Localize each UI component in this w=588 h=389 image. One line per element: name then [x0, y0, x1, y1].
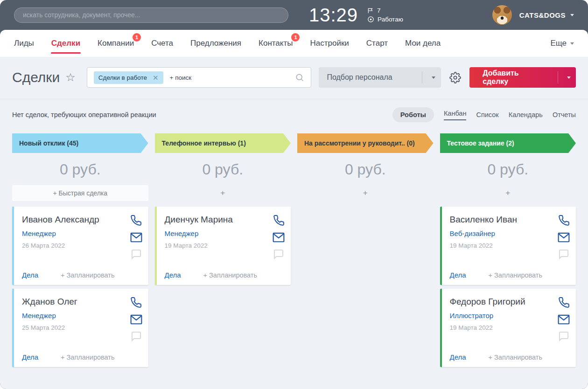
nav-item[interactable]: Предложения [190, 30, 241, 57]
column-cards: Василенко Иван Веб-дизайнер 19 Марта 202… [440, 207, 576, 367]
mail-icon[interactable] [558, 314, 570, 325]
phone-icon[interactable] [130, 215, 142, 226]
deal-role-link[interactable]: Менеджер [22, 312, 142, 320]
mail-icon[interactable] [130, 314, 142, 325]
gear-icon [449, 72, 461, 83]
kanban-column-header[interactable]: Новый отклик (45) [12, 133, 148, 153]
deal-card[interactable]: Василенко Иван Веб-дизайнер 19 Марта 202… [440, 207, 576, 285]
mail-icon[interactable] [130, 232, 142, 243]
kanban-column-header[interactable]: Тестовое задание (2) [440, 133, 576, 153]
deal-contact-name[interactable]: Василенко Иван [450, 215, 570, 225]
nav-item[interactable]: Мои дела [405, 30, 441, 57]
search-icon[interactable] [295, 73, 304, 82]
account-menu-caret-icon[interactable] [570, 14, 574, 16]
deals-link[interactable]: Дела [22, 271, 38, 279]
quick-deal-button[interactable]: + [155, 185, 291, 201]
kanban-column-header[interactable]: На рассмотрении у руководит.. (0) [297, 133, 434, 153]
phone-icon[interactable] [273, 215, 285, 226]
card-footer: Дела + Запланировать [450, 348, 570, 361]
deals-link[interactable]: Дела [22, 353, 38, 361]
kanban-column-header[interactable]: Телефонное интервью (1) [155, 133, 291, 153]
quick-deal-button[interactable]: + [440, 185, 576, 201]
nav-item[interactable]: Настройки [310, 30, 349, 57]
column-cards: Диенчук Марина Менеджер 19 Марта 2022 Де… [155, 207, 291, 285]
flag-counter[interactable]: 7 [367, 7, 403, 14]
deal-role-link[interactable]: Менеджер [22, 229, 142, 237]
mail-icon[interactable] [273, 232, 285, 243]
phone-icon[interactable] [558, 215, 570, 226]
column-title: Тестовое задание (2) [447, 139, 514, 147]
view-tab[interactable]: Список [476, 111, 498, 118]
column-cards: Иванов Александр Менеджер 26 Марта 2022 … [12, 207, 148, 367]
nav-item[interactable]: Счета [151, 30, 173, 57]
deal-role-link[interactable]: Менеджер [165, 229, 285, 237]
deals-link[interactable]: Дела [165, 271, 181, 279]
chevron-down-icon [570, 42, 574, 45]
filter-search-hint[interactable]: + поиск [170, 74, 192, 81]
deal-contact-name[interactable]: Федоров Григорий [450, 297, 570, 307]
schedule-link[interactable]: + Запланировать [61, 271, 114, 279]
filter-search-box[interactable]: Сделки в работе ✕ + поиск [87, 67, 312, 88]
chat-icon[interactable] [273, 249, 284, 260]
phone-icon[interactable] [130, 297, 142, 308]
card-action-icons [273, 215, 285, 260]
add-deal-button[interactable]: Добавить сделку [469, 67, 576, 88]
status-block: 7 Работаю [367, 7, 403, 23]
schedule-link[interactable]: + Запланировать [489, 271, 542, 279]
deal-date: 19 Марта 2022 [450, 324, 570, 331]
nav-item[interactable]: Старт [366, 30, 388, 57]
favorite-star-icon[interactable]: ☆ [65, 72, 76, 83]
schedule-link[interactable]: + Запланировать [61, 354, 114, 361]
quick-deal-button[interactable]: + [297, 185, 434, 201]
content-sheet: Лиды Сделки Компании 1 Счета Предложения… [0, 30, 588, 389]
nav-more-button[interactable]: Еще [550, 30, 574, 57]
chat-icon[interactable] [558, 249, 569, 260]
card-action-icons [558, 297, 570, 342]
deal-card[interactable]: Диенчук Марина Менеджер 19 Марта 2022 Де… [155, 207, 291, 285]
deal-card[interactable]: Жданов Олег Менеджер 25 Марта 2022 Дела … [12, 289, 148, 367]
phone-icon[interactable] [558, 297, 570, 308]
view-tab[interactable]: Роботы [392, 107, 434, 122]
main-nav-items: Лиды Сделки Компании 1 Счета Предложения… [14, 30, 441, 57]
chat-icon[interactable] [131, 331, 142, 342]
add-deal-menu-caret[interactable] [558, 76, 576, 79]
chip-close-icon[interactable]: ✕ [153, 74, 159, 81]
global-search-input[interactable] [14, 7, 288, 23]
deal-contact-name[interactable]: Диенчук Марина [165, 215, 285, 225]
account-name[interactable]: CATS&DOGS [519, 11, 566, 19]
kanban-column: Телефонное интервью (1) 0 руб. + Диенчук… [155, 133, 291, 367]
work-status[interactable]: Работаю [367, 16, 403, 23]
deal-role-link[interactable]: Иллюстратор [450, 312, 570, 320]
deal-role-link[interactable]: Веб-дизайнер [450, 229, 570, 237]
deal-contact-name[interactable]: Жданов Олег [22, 297, 142, 307]
chat-icon[interactable] [131, 249, 142, 260]
nav-item[interactable]: Сделки [51, 30, 80, 57]
deal-card[interactable]: Федоров Григорий Иллюстратор 19 Марта 20… [440, 289, 576, 367]
category-dropdown[interactable]: Подбор персонала [319, 67, 441, 88]
schedule-link[interactable]: + Запланировать [489, 354, 542, 361]
deals-link[interactable]: Дела [450, 353, 466, 361]
chat-icon[interactable] [558, 331, 569, 342]
view-tab[interactable]: Отчеты [553, 111, 576, 118]
settings-button[interactable] [449, 72, 461, 83]
deals-link[interactable]: Дела [450, 271, 466, 279]
mail-icon[interactable] [558, 232, 570, 243]
status-message: Нет сделок, требующих оперативной реакци… [12, 111, 156, 118]
deal-date: 26 Марта 2022 [22, 242, 142, 249]
filter-chip[interactable]: Сделки в работе ✕ [94, 71, 163, 84]
nav-item[interactable]: Компании 1 [98, 30, 134, 57]
nav-item[interactable]: Контакты 1 [259, 30, 293, 57]
quick-deal-button[interactable]: + Быстрая сделка [12, 185, 148, 201]
view-tab[interactable]: Канбан [444, 110, 467, 120]
card-footer: Дела + Запланировать [165, 266, 285, 279]
column-title: Телефонное интервью (1) [162, 139, 246, 147]
avatar[interactable] [492, 5, 512, 25]
schedule-link[interactable]: + Запланировать [203, 271, 257, 279]
deal-card[interactable]: Иванов Александр Менеджер 26 Марта 2022 … [12, 207, 148, 285]
kanban-board: Новый отклик (45) 0 руб. + Быстрая сделк… [0, 132, 588, 389]
column-total: 0 руб. [297, 161, 434, 178]
deal-contact-name[interactable]: Иванов Александр [22, 215, 142, 225]
page-header: Сделки ☆ Сделки в работе ✕ + поиск Подбо… [0, 57, 588, 99]
view-tab[interactable]: Календарь [509, 111, 543, 118]
nav-item[interactable]: Лиды [14, 30, 34, 57]
